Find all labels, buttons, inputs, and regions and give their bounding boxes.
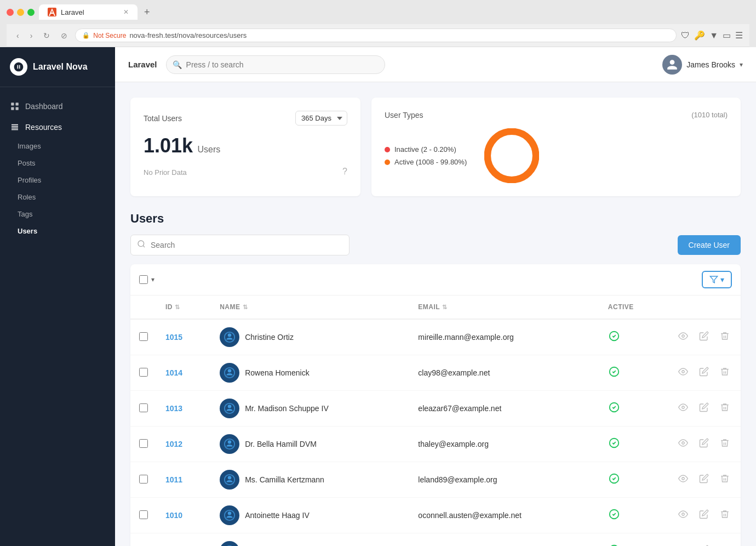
- delete-button[interactable]: [718, 329, 732, 345]
- edit-button[interactable]: [697, 471, 711, 488]
- edit-button[interactable]: [697, 400, 711, 417]
- view-button[interactable]: [676, 329, 690, 345]
- row-id[interactable]: 1012: [157, 426, 211, 462]
- select-all-checkbox[interactable]: [139, 275, 148, 284]
- row-checkbox[interactable]: [130, 391, 157, 426]
- cast-icon[interactable]: ▭: [723, 30, 731, 41]
- row-name-text: Antoinette Haag IV: [245, 511, 310, 520]
- active-check-icon: [608, 369, 620, 380]
- delete-button[interactable]: [718, 400, 732, 417]
- user-types-header: User Types (1010 total): [385, 111, 728, 120]
- logo-icon: [10, 58, 27, 76]
- sidebar-item-tags[interactable]: Tags: [0, 206, 115, 223]
- forward-button[interactable]: ›: [27, 29, 36, 42]
- password-icon[interactable]: 🔑: [694, 30, 705, 41]
- th-id[interactable]: ID ⇅: [157, 295, 211, 319]
- metric-value-row: 1.01k Users: [144, 134, 347, 157]
- row-checkbox[interactable]: [130, 355, 157, 391]
- filter-button[interactable]: ▾: [702, 271, 732, 288]
- svg-rect-1: [16, 103, 19, 105]
- close-dot[interactable]: [7, 9, 14, 16]
- view-button[interactable]: [676, 400, 690, 417]
- view-button[interactable]: [676, 436, 690, 452]
- table-actions-bar: ▾ ▾: [130, 264, 741, 295]
- delete-button[interactable]: [718, 507, 732, 524]
- help-icon[interactable]: ?: [342, 167, 347, 177]
- row-id[interactable]: 1009: [157, 533, 211, 547]
- total-users-unit: Users: [198, 145, 221, 154]
- view-button[interactable]: [676, 471, 690, 488]
- user-types-title: User Types: [385, 111, 423, 120]
- sidebar-item-dashboard-label: Dashboard: [25, 102, 63, 111]
- user-types-card: User Types (1010 total) Inactive (2 - 0.…: [371, 98, 741, 196]
- select-dropdown-button[interactable]: ▾: [151, 276, 154, 283]
- sidebar-item-resources[interactable]: Resources: [0, 117, 115, 138]
- maximize-dot[interactable]: [27, 9, 35, 16]
- row-checkbox[interactable]: [130, 533, 157, 547]
- active-check-icon: [608, 476, 620, 487]
- th-name[interactable]: NAME ⇅: [211, 295, 409, 319]
- svg-point-27: [682, 442, 685, 445]
- delete-button[interactable]: [718, 543, 732, 546]
- table-body: 1015 Christine Ortiz mireille.mann@examp…: [130, 319, 741, 546]
- row-name: Rowena Homenick: [211, 355, 409, 391]
- edit-button[interactable]: [697, 507, 711, 524]
- row-name: Dr. Bella Hamill DVM: [211, 426, 409, 462]
- tab-close-btn[interactable]: ✕: [123, 8, 129, 16]
- sidebar-item-dashboard[interactable]: Dashboard: [0, 96, 115, 117]
- svg-point-6: [138, 241, 144, 247]
- menu-icon[interactable]: ☰: [735, 30, 743, 41]
- legend-inactive: Inactive (2 - 0.20%): [385, 145, 467, 153]
- sidebar-item-images[interactable]: Images: [0, 138, 115, 155]
- brave-icon[interactable]: 🛡: [681, 31, 690, 41]
- row-id[interactable]: 1015: [157, 319, 211, 355]
- sidebar-item-roles[interactable]: Roles: [0, 189, 115, 206]
- svg-point-8: [228, 333, 231, 337]
- minimize-dot[interactable]: [17, 9, 24, 16]
- users-search-input[interactable]: [130, 235, 350, 255]
- delete-button[interactable]: [718, 436, 732, 452]
- total-users-card: Total Users 365 Days 30 Days 7 Days Toda…: [130, 98, 360, 196]
- edit-button[interactable]: [697, 436, 711, 452]
- row-checkbox[interactable]: [130, 462, 157, 498]
- user-avatar: [220, 505, 239, 525]
- search-input[interactable]: [166, 55, 385, 74]
- sidebar-item-users[interactable]: Users: [0, 223, 115, 240]
- row-id[interactable]: 1011: [157, 462, 211, 498]
- create-user-button[interactable]: Create User: [678, 235, 741, 255]
- refresh-button[interactable]: ↻: [40, 29, 53, 42]
- sidebar-item-posts[interactable]: Posts: [0, 155, 115, 172]
- table-row: 1014 Rowena Homenick clay98@example.net: [130, 355, 741, 391]
- row-id[interactable]: 1013: [157, 391, 211, 426]
- browser-tab[interactable]: Laravel ✕: [39, 4, 138, 20]
- edit-button[interactable]: [697, 365, 711, 381]
- row-id[interactable]: 1010: [157, 498, 211, 533]
- section-title: Users: [130, 212, 741, 226]
- user-menu[interactable]: James Brooks ▾: [662, 55, 743, 75]
- sidebar-item-profiles[interactable]: Profiles: [0, 172, 115, 189]
- view-button[interactable]: [676, 543, 690, 546]
- view-button[interactable]: [676, 507, 690, 524]
- browser-actions: 🛡 🔑 ▼ ▭ ☰: [681, 30, 743, 41]
- row-checkbox[interactable]: [130, 319, 157, 355]
- view-button[interactable]: [676, 365, 690, 381]
- tab-add-btn[interactable]: +: [144, 7, 150, 18]
- active-check-icon: [608, 333, 620, 344]
- svg-point-22: [682, 406, 685, 409]
- edit-button[interactable]: [697, 329, 711, 345]
- user-avatar: [220, 541, 239, 546]
- bookmark-button[interactable]: ⊘: [58, 29, 71, 42]
- row-id[interactable]: 1014: [157, 355, 211, 391]
- user-types-legend: Inactive (2 - 0.20%) Active (1008 - 99.8…: [385, 145, 467, 166]
- back-button[interactable]: ‹: [13, 29, 22, 42]
- row-checkbox[interactable]: [130, 426, 157, 462]
- active-check-icon: [608, 440, 620, 451]
- vpn-icon[interactable]: ▼: [709, 31, 718, 41]
- delete-button[interactable]: [718, 365, 732, 381]
- row-checkbox[interactable]: [130, 498, 157, 533]
- th-email[interactable]: EMAIL ⇅: [409, 295, 599, 319]
- delete-button[interactable]: [718, 471, 732, 488]
- address-bar[interactable]: 🔒 Not Secure nova-fresh.test/nova/resour…: [75, 29, 677, 42]
- edit-button[interactable]: [697, 543, 711, 546]
- period-select[interactable]: 365 Days 30 Days 7 Days Today: [295, 111, 347, 126]
